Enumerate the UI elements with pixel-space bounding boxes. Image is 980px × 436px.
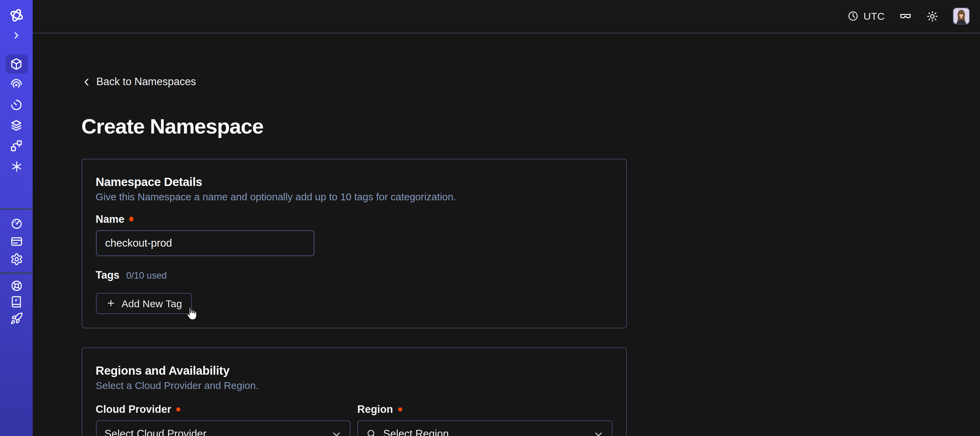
add-new-tag-button[interactable]: Add New Tag <box>95 292 192 314</box>
sidebar-divider <box>0 273 33 273</box>
required-dot <box>129 217 134 221</box>
sidebar-item-timer[interactable] <box>0 95 33 115</box>
chevron-down-icon <box>331 429 342 436</box>
chevron-down-icon <box>593 429 603 436</box>
back-link[interactable]: Back to Namespaces <box>81 76 196 87</box>
labs-mode-button[interactable] <box>899 10 912 23</box>
namespace-name-input[interactable] <box>95 230 314 256</box>
chevron-right-icon <box>11 31 21 40</box>
timer-icon <box>10 98 23 112</box>
provider-region-grid: Cloud Provider Select Cloud Provider Reg… <box>95 392 612 436</box>
tags-row: Tags 0/10 used <box>95 269 612 282</box>
chevron-left-icon <box>81 77 92 87</box>
spiral-icon <box>10 78 23 91</box>
card-subtitle: Give this Namespace a name and optionall… <box>95 191 612 203</box>
sidebar-item-deployments[interactable] <box>0 136 33 155</box>
region-select-value: Select Region <box>383 428 449 436</box>
region-select[interactable]: Select Region <box>357 420 612 436</box>
sidebar-item-billing[interactable] <box>0 232 33 250</box>
temporal-logo[interactable] <box>0 6 33 24</box>
sidebar-expand-button[interactable] <box>0 30 33 41</box>
clock-icon <box>847 11 859 22</box>
region-field: Region Select Region <box>357 392 612 436</box>
credit-card-icon <box>10 235 23 248</box>
branch-icon <box>10 139 23 153</box>
sidebar-item-layers[interactable] <box>0 116 33 135</box>
cloud-provider-select-value: Select Cloud Provider <box>105 428 207 436</box>
main-content: Back to Namespaces Create Namespace Name… <box>33 33 980 436</box>
add-new-tag-label: Add New Tag <box>121 298 182 309</box>
timezone-label: UTC <box>863 11 885 22</box>
avatar-portrait <box>953 8 969 24</box>
sidebar-divider <box>0 208 33 209</box>
rocket-icon <box>10 311 23 324</box>
lifebuoy-icon <box>10 279 23 292</box>
gear-icon <box>10 252 23 265</box>
sun-icon <box>926 10 939 22</box>
regions-card: Regions and Availability Select a Cloud … <box>81 347 627 436</box>
tags-usage: 0/10 used <box>126 270 167 282</box>
card-title: Namespace Details <box>95 175 612 189</box>
temporal-logo-icon <box>8 6 25 24</box>
cloud-provider-label: Cloud Provider <box>95 403 171 415</box>
sidebar-item-support[interactable] <box>0 277 33 294</box>
sidebar-item-namespaces[interactable] <box>5 54 27 73</box>
name-label-row: Name <box>95 213 612 225</box>
sidebar-item-settings[interactable] <box>0 250 33 268</box>
app-root: UTC <box>0 0 980 436</box>
topbar: UTC <box>33 0 980 33</box>
required-dot <box>398 407 402 412</box>
back-link-label: Back to Namespaces <box>96 76 196 88</box>
book-sparkles-icon <box>10 295 22 308</box>
sidebar-item-getting-started[interactable] <box>0 310 33 326</box>
page-title: Create Namespace <box>81 114 980 139</box>
sidebar-item-usage[interactable] <box>0 215 33 232</box>
search-icon <box>366 428 377 436</box>
glasses-icon <box>899 10 912 23</box>
sidebar-item-spiral[interactable] <box>0 75 33 94</box>
timezone-button[interactable]: UTC <box>847 11 885 22</box>
tags-label: Tags <box>95 269 119 281</box>
gauge-icon <box>10 217 23 230</box>
sidebar-item-nexus[interactable] <box>0 157 33 176</box>
sidebar <box>0 0 33 436</box>
cloud-provider-select[interactable]: Select Cloud Provider <box>95 420 350 436</box>
user-avatar[interactable] <box>953 8 970 25</box>
sidebar-item-docs[interactable] <box>0 294 33 310</box>
cloud-provider-label-row: Cloud Provider <box>95 403 350 415</box>
layers-icon <box>10 118 23 132</box>
plus-icon <box>106 299 115 308</box>
asterisk-icon <box>10 160 23 173</box>
region-label-row: Region <box>357 403 612 415</box>
card-subtitle: Select a Cloud Provider and Region. <box>95 380 612 392</box>
required-dot <box>176 407 180 412</box>
namespace-details-card: Namespace Details Give this Namespace a … <box>81 158 627 328</box>
region-label: Region <box>357 403 393 415</box>
card-title: Regions and Availability <box>95 364 612 378</box>
cloud-provider-field: Cloud Provider Select Cloud Provider <box>95 392 350 436</box>
cube-icon <box>10 57 23 71</box>
theme-toggle-button[interactable] <box>926 10 939 22</box>
name-label: Name <box>95 213 124 225</box>
